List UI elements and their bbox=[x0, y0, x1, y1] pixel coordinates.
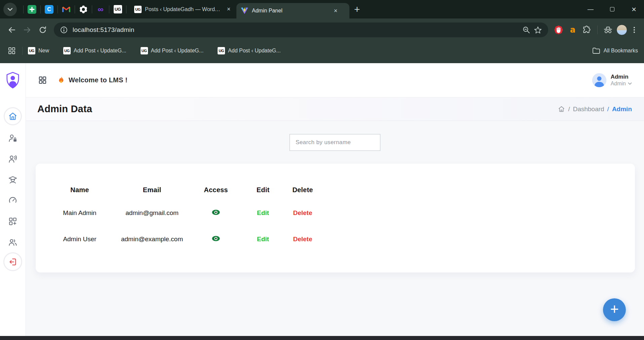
user-role: Admin bbox=[611, 80, 626, 87]
bookmark-star-icon[interactable] bbox=[532, 24, 543, 36]
delete-link[interactable]: Delete bbox=[282, 226, 324, 252]
welcome-text: Welcome to LMS ! bbox=[69, 76, 127, 84]
sidebar-nav bbox=[0, 97, 26, 271]
amazon-extension[interactable]: a bbox=[567, 24, 578, 36]
fire-icon bbox=[58, 76, 65, 84]
ug-icon: UG bbox=[218, 47, 225, 54]
cell-name: Main Admin bbox=[43, 200, 116, 226]
tab-admin-panel[interactable]: Admin Panel × bbox=[236, 3, 349, 18]
bookmark-item-new[interactable]: UG New bbox=[28, 47, 49, 54]
sidebar-item-dashboard-gauge[interactable] bbox=[8, 196, 18, 205]
pinned-tab-sheets[interactable] bbox=[27, 5, 37, 14]
bookmarks-bar: UG New UG Add Post ‹ UpdateG... UG Add P… bbox=[0, 41, 644, 63]
window-close-button[interactable]: × bbox=[630, 5, 638, 14]
reload-button[interactable] bbox=[36, 24, 49, 36]
delete-link[interactable]: Delete bbox=[282, 200, 324, 226]
table-row: Admin User admin@example.com Edit Delete bbox=[43, 226, 324, 252]
tab-search-chevron-button[interactable] bbox=[3, 3, 17, 16]
incognito-icon bbox=[603, 26, 613, 34]
gmail-icon bbox=[62, 6, 71, 13]
gauge-icon bbox=[8, 196, 17, 205]
address-bar[interactable]: localhost:5173/admin bbox=[54, 23, 548, 37]
adblock-hand-extension[interactable] bbox=[553, 24, 564, 36]
sidebar-item-add-module[interactable] bbox=[8, 216, 18, 226]
page-title: Admin Data bbox=[37, 103, 92, 115]
sidebar-item-announcer[interactable] bbox=[8, 154, 18, 164]
sidebar-item-logout[interactable] bbox=[3, 252, 22, 271]
table-header-row: Name Email Access Edit Delete bbox=[43, 180, 324, 200]
pinned-tab-clock-app[interactable]: C bbox=[44, 5, 54, 14]
access-eye-icon[interactable] bbox=[212, 236, 220, 242]
search-input[interactable] bbox=[290, 134, 380, 151]
cell-name: Admin User bbox=[43, 226, 116, 252]
pinned-tab-separator bbox=[109, 5, 109, 13]
ug-icon: UG bbox=[141, 47, 148, 54]
tab-close-button[interactable]: × bbox=[332, 7, 339, 14]
window-maximize-button[interactable] bbox=[610, 7, 614, 11]
sheets-icon bbox=[28, 5, 36, 14]
cell-access bbox=[188, 200, 244, 226]
add-admin-fab-button[interactable]: + bbox=[603, 298, 626, 321]
apps-grid-button[interactable] bbox=[6, 45, 17, 56]
cell-email: admin@example.com bbox=[116, 226, 188, 252]
pinned-tab-updategadh[interactable]: UG bbox=[113, 5, 122, 14]
new-tab-button[interactable]: + bbox=[354, 4, 360, 14]
pinned-tab-gmail[interactable] bbox=[62, 5, 71, 14]
col-delete: Delete bbox=[282, 180, 324, 200]
site-info-icon[interactable] bbox=[59, 25, 69, 35]
pinned-tab-infinity[interactable]: ∞ bbox=[96, 5, 105, 14]
shield-user-logo-icon bbox=[5, 72, 21, 89]
edit-link[interactable]: Edit bbox=[244, 226, 282, 252]
sidebar-item-admin-users[interactable] bbox=[8, 133, 18, 143]
all-bookmarks-button[interactable]: All Bookmarks bbox=[592, 47, 638, 54]
amazon-a-icon: a bbox=[570, 25, 575, 35]
zoom-icon[interactable] bbox=[521, 24, 532, 36]
bookmark-item-add-post-1[interactable]: UG Add Post ‹ UpdateG... bbox=[63, 47, 126, 54]
grid-plus-icon bbox=[8, 217, 17, 226]
sidebar-item-home[interactable] bbox=[4, 107, 22, 125]
browser-hidden-mode-button[interactable] bbox=[602, 24, 614, 36]
sidebar-item-students[interactable] bbox=[8, 175, 18, 184]
app-logo[interactable] bbox=[0, 63, 26, 97]
users-icon bbox=[8, 238, 17, 247]
window-controls: — × bbox=[586, 0, 638, 18]
tab-close-button[interactable]: × bbox=[225, 6, 232, 13]
cell-access bbox=[188, 226, 244, 252]
sidebar-item-users-group[interactable] bbox=[8, 237, 18, 247]
forward-button[interactable] bbox=[21, 24, 34, 36]
user-menu[interactable]: Admin Admin bbox=[592, 73, 632, 87]
window-minimize-button[interactable]: — bbox=[586, 6, 595, 13]
bookmark-item-add-post-3[interactable]: UG Add Post ‹ UpdateG... bbox=[218, 47, 281, 54]
page-head: Admin Data / Dashboard / Admin bbox=[26, 97, 644, 121]
pinned-tab-chatgpt[interactable] bbox=[79, 5, 88, 14]
folder-icon bbox=[592, 47, 600, 54]
home-breadcrumb-icon[interactable] bbox=[558, 105, 565, 113]
grid-menu-icon bbox=[38, 76, 47, 85]
content: Name Email Access Edit Delete Main Admin… bbox=[26, 121, 644, 336]
bookmark-label: New bbox=[38, 48, 49, 54]
pinned-tab-separator bbox=[40, 5, 41, 13]
edit-link[interactable]: Edit bbox=[244, 200, 282, 226]
url-text[interactable]: localhost:5173/admin bbox=[73, 26, 521, 34]
menu-grid-button[interactable] bbox=[38, 76, 47, 85]
bookmarks-separator bbox=[22, 47, 23, 55]
breadcrumb-current: Admin bbox=[612, 105, 632, 113]
main-area: Welcome to LMS ! Admin Admin Admin Data bbox=[26, 63, 644, 336]
back-button[interactable] bbox=[5, 24, 18, 36]
pinned-tab-separator bbox=[75, 5, 75, 13]
app-header: Welcome to LMS ! Admin Admin bbox=[26, 63, 644, 97]
access-eye-icon[interactable] bbox=[212, 209, 220, 215]
breadcrumb-dashboard[interactable]: Dashboard bbox=[573, 105, 604, 113]
user-speaking-icon bbox=[8, 154, 17, 164]
bookmark-item-add-post-2[interactable]: UG Add Post ‹ UpdateG... bbox=[141, 47, 204, 54]
extensions-button[interactable] bbox=[581, 24, 593, 36]
tab-posts-updategadh[interactable]: UG Posts ‹ UpdateGadh — WordPre × bbox=[130, 3, 236, 16]
pinned-tab-separator bbox=[126, 5, 126, 13]
logout-icon bbox=[8, 257, 17, 266]
user-name: Admin bbox=[611, 73, 632, 80]
browser-profile-avatar[interactable] bbox=[616, 25, 627, 35]
breadcrumb-separator: / bbox=[568, 105, 570, 113]
home-icon bbox=[8, 112, 17, 121]
browser-menu-button[interactable] bbox=[630, 27, 639, 33]
ug-icon: UG bbox=[63, 47, 71, 54]
